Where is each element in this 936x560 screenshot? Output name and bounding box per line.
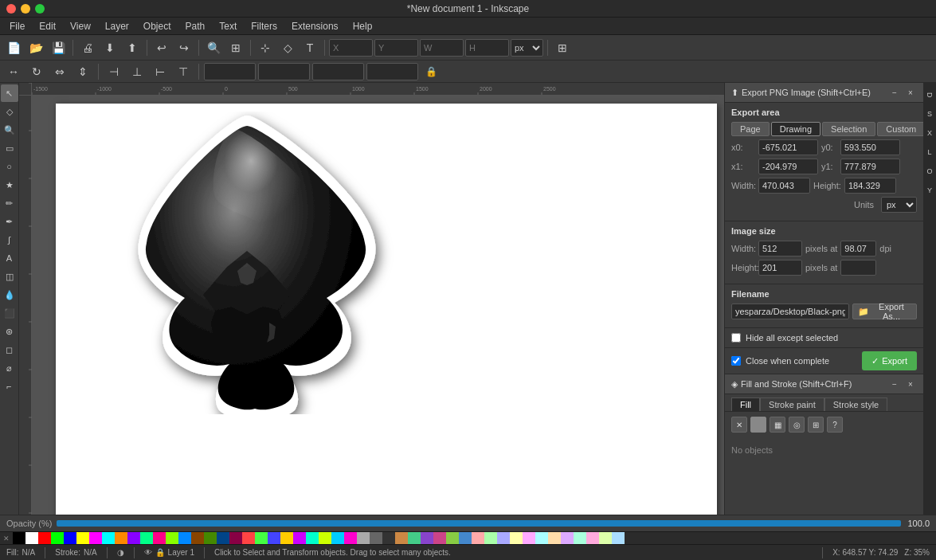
- menu-view[interactable]: View: [64, 19, 97, 33]
- height-input[interactable]: [844, 178, 896, 194]
- palette-swatch[interactable]: [38, 532, 51, 545]
- h-input[interactable]: [465, 39, 509, 57]
- palette-swatch[interactable]: [586, 532, 599, 545]
- minimize-button[interactable]: [21, 4, 30, 14]
- xml-btn[interactable]: X: [921, 124, 936, 142]
- close-when-complete-checkbox[interactable]: [731, 356, 741, 366]
- img-height-input[interactable]: [758, 260, 802, 276]
- snap-button[interactable]: ⊞: [552, 37, 573, 58]
- palette-swatch[interactable]: [535, 532, 548, 545]
- h-size-input[interactable]: [366, 63, 418, 80]
- pencil-tool-btn[interactable]: ✏: [1, 194, 18, 212]
- menu-edit[interactable]: Edit: [33, 19, 62, 33]
- paint-flat-icon[interactable]: [750, 417, 766, 433]
- img-width-input[interactable]: [758, 241, 802, 257]
- eraser-tool-btn[interactable]: ◻: [1, 341, 18, 358]
- y-pos-input[interactable]: [258, 63, 310, 80]
- palette-swatch[interactable]: [433, 532, 446, 545]
- palette-swatch[interactable]: [382, 532, 395, 545]
- fill-tab-stroke-style[interactable]: Stroke style: [824, 397, 887, 411]
- lock-aspect-button[interactable]: 🔒: [421, 61, 441, 82]
- palette-swatch[interactable]: [280, 532, 293, 545]
- palette-swatch[interactable]: [370, 532, 382, 545]
- palette-swatch[interactable]: [561, 532, 574, 545]
- dpi-input[interactable]: [840, 241, 876, 257]
- close-button[interactable]: [6, 4, 16, 14]
- measure-tool-btn[interactable]: ⌀: [1, 359, 18, 377]
- palette-swatch[interactable]: [178, 532, 191, 545]
- dpi-input2[interactable]: [840, 260, 876, 276]
- palette-swatch[interactable]: [166, 532, 178, 545]
- width-input[interactable]: [758, 178, 810, 194]
- objects-btn[interactable]: O: [921, 163, 936, 180]
- menu-help[interactable]: Help: [347, 19, 379, 33]
- menu-file[interactable]: File: [3, 19, 31, 33]
- redo-button[interactable]: ↪: [174, 37, 194, 58]
- circle-tool-btn[interactable]: ○: [1, 158, 18, 175]
- calligraphy-tool-btn[interactable]: ∫: [1, 231, 18, 249]
- connector-tool-btn[interactable]: ⌐: [1, 378, 18, 395]
- align-top-button[interactable]: ⊤: [173, 61, 194, 82]
- star-tool-btn[interactable]: ★: [1, 176, 18, 194]
- align-left-button[interactable]: ⊣: [104, 61, 124, 82]
- menu-filters[interactable]: Filters: [245, 19, 284, 33]
- fill-panel-close[interactable]: ×: [904, 378, 917, 390]
- menu-extensions[interactable]: Extensions: [285, 19, 345, 33]
- rotate-tool[interactable]: ↻: [26, 61, 47, 82]
- panel-minimize-button[interactable]: −: [888, 86, 901, 99]
- tab-custom[interactable]: Custom: [877, 122, 923, 136]
- palette-swatch[interactable]: [51, 532, 64, 545]
- print-button[interactable]: 🖨: [77, 37, 98, 58]
- palette-swatch[interactable]: [229, 532, 242, 545]
- opacity-bar[interactable]: [724, 520, 901, 527]
- canvas-scroll[interactable]: [32, 96, 724, 531]
- y1-input[interactable]: [840, 159, 900, 174]
- palette-swatch[interactable]: [140, 532, 153, 545]
- palette-swatch[interactable]: [319, 532, 331, 545]
- maximize-button[interactable]: [35, 4, 45, 14]
- new-button[interactable]: 📄: [3, 37, 24, 58]
- palette-swatch[interactable]: [204, 532, 217, 545]
- palette-swatch[interactable]: [548, 532, 561, 545]
- palette-swatch[interactable]: [127, 532, 140, 545]
- x-coord-input[interactable]: [329, 39, 373, 57]
- palette-swatch[interactable]: [306, 532, 319, 545]
- paint-linear-icon[interactable]: ▦: [770, 417, 785, 433]
- palette-swatch[interactable]: [217, 532, 229, 545]
- palette-swatch[interactable]: [331, 532, 344, 545]
- palette-swatch[interactable]: [255, 532, 268, 545]
- palette-swatch[interactable]: [25, 532, 38, 545]
- menu-path[interactable]: Path: [179, 19, 212, 33]
- palette-swatch[interactable]: [357, 532, 370, 545]
- palette-swatch[interactable]: [459, 532, 472, 545]
- export-as-button[interactable]: 📁 Export As...: [852, 303, 917, 319]
- paint-swatch-icon[interactable]: ⊞: [808, 417, 824, 433]
- palette-swatch[interactable]: [13, 532, 25, 545]
- tab-page[interactable]: Page: [731, 122, 770, 136]
- palette-swatch[interactable]: [497, 532, 510, 545]
- pen-tool-btn[interactable]: ✒: [1, 213, 18, 230]
- menu-text[interactable]: Text: [213, 19, 243, 33]
- palette-swatch[interactable]: [446, 532, 459, 545]
- x-pos-input[interactable]: [204, 63, 256, 80]
- zoom-tool-btn[interactable]: 🔍: [1, 121, 18, 139]
- y0-input[interactable]: [840, 139, 900, 155]
- text-tool-btn[interactable]: A: [1, 249, 18, 267]
- undo-button[interactable]: ↩: [151, 37, 172, 58]
- palette-swatch[interactable]: [344, 532, 357, 545]
- symbols-btn[interactable]: Y: [921, 182, 936, 199]
- palette-swatch[interactable]: [102, 532, 115, 545]
- save-button[interactable]: 💾: [48, 37, 69, 58]
- palette-swatch[interactable]: [612, 532, 625, 545]
- hide-all-checkbox[interactable]: [731, 333, 741, 343]
- align-right-button[interactable]: ⊢: [150, 61, 170, 82]
- palette-swatch[interactable]: [293, 532, 306, 545]
- fill-panel-minimize[interactable]: −: [888, 378, 901, 390]
- align-center-button[interactable]: ⊥: [127, 61, 147, 82]
- doc-props-btn[interactable]: D: [921, 86, 936, 104]
- menu-layer[interactable]: Layer: [99, 19, 135, 33]
- fill-tool-btn[interactable]: ⬛: [1, 304, 18, 322]
- palette-swatch[interactable]: [574, 532, 586, 545]
- dropper-tool-btn[interactable]: 💧: [1, 286, 18, 303]
- export-button[interactable]: ⬆: [122, 37, 143, 58]
